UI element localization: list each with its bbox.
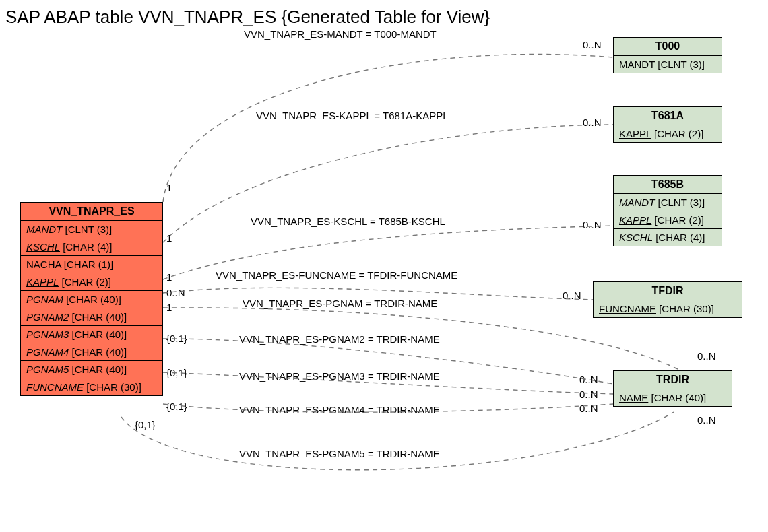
entity-field: MANDT [CLNT (3)] bbox=[21, 221, 162, 238]
entity-tfdir: TFDIR FUNCNAME [CHAR (30)] bbox=[593, 281, 742, 318]
cardinality: 1 bbox=[166, 271, 172, 283]
entity-header: TRDIR bbox=[614, 371, 732, 389]
cardinality: 0..N bbox=[583, 39, 602, 51]
entity-t685b: T685B MANDT [CLNT (3)]KAPPL [CHAR (2)]KS… bbox=[613, 175, 722, 246]
entity-field: FUNCNAME [CHAR (30)] bbox=[21, 378, 162, 395]
entity-field: PGNAM2 [CHAR (40)] bbox=[21, 308, 162, 326]
rel-label: VVN_TNAPR_ES-PGNAM5 = TRDIR-NAME bbox=[239, 448, 440, 459]
entity-field: PGNAM5 [CHAR (40)] bbox=[21, 361, 162, 378]
entity-field: PGNAM4 [CHAR (40)] bbox=[21, 343, 162, 361]
rel-label: VVN_TNAPR_ES-PGNAM3 = TRDIR-NAME bbox=[239, 370, 440, 382]
cardinality: 0..N bbox=[166, 287, 185, 298]
cardinality: {0,1} bbox=[166, 401, 187, 412]
cardinality: 1 bbox=[166, 232, 172, 244]
entity-field: KAPPL [CHAR (2)] bbox=[614, 125, 722, 142]
cardinality: 0..N bbox=[583, 219, 602, 230]
page-title: SAP ABAP table VVN_TNAPR_ES {Generated T… bbox=[5, 7, 490, 28]
rel-label: VVN_TNAPR_ES-PGNAM2 = TRDIR-NAME bbox=[239, 333, 440, 345]
entity-t000: T000 MANDT [CLNT (3)] bbox=[613, 37, 722, 73]
cardinality: 1 bbox=[166, 182, 172, 193]
entity-t681a: T681A KAPPL [CHAR (2)] bbox=[613, 106, 722, 143]
rel-label: VVN_TNAPR_ES-PGNAM = TRDIR-NAME bbox=[243, 298, 437, 309]
cardinality: 0..N bbox=[697, 350, 716, 362]
entity-vvn-tnapr-es: VVN_TNAPR_ES MANDT [CLNT (3)]KSCHL [CHAR… bbox=[20, 202, 163, 396]
entity-trdir: TRDIR NAME [CHAR (40)] bbox=[613, 370, 732, 407]
entity-header: T681A bbox=[614, 107, 722, 125]
cardinality: 0..N bbox=[563, 290, 581, 301]
cardinality: 0..N bbox=[583, 117, 602, 128]
rel-label: VVN_TNAPR_ES-FUNCNAME = TFDIR-FUNCNAME bbox=[216, 269, 457, 281]
entity-header: T000 bbox=[614, 38, 722, 56]
entity-field: KAPPL [CHAR (2)] bbox=[21, 273, 162, 291]
entity-field: KSCHL [CHAR (4)] bbox=[614, 229, 722, 246]
rel-label: VVN_TNAPR_ES-PGNAM4 = TRDIR-NAME bbox=[239, 404, 440, 415]
rel-label: VVN_TNAPR_ES-MANDT = T000-MANDT bbox=[244, 28, 437, 40]
entity-field: FUNCNAME [CHAR (30)] bbox=[594, 300, 742, 317]
entity-field: NAME [CHAR (40)] bbox=[614, 389, 732, 406]
cardinality: 0..N bbox=[579, 403, 598, 414]
cardinality: 0..N bbox=[579, 389, 598, 400]
cardinality: 1 bbox=[166, 302, 172, 313]
entity-header: VVN_TNAPR_ES bbox=[21, 203, 162, 221]
entity-header: T685B bbox=[614, 176, 722, 194]
cardinality: 0..N bbox=[579, 374, 598, 385]
entity-field: MANDT [CLNT (3)] bbox=[614, 194, 722, 211]
rel-label: VVN_TNAPR_ES-KSCHL = T685B-KSCHL bbox=[251, 215, 445, 227]
entity-field: MANDT [CLNT (3)] bbox=[614, 56, 722, 73]
cardinality: {0,1} bbox=[135, 419, 156, 430]
entity-header: TFDIR bbox=[594, 282, 742, 300]
cardinality: 0..N bbox=[697, 414, 716, 426]
entity-field: NACHA [CHAR (1)] bbox=[21, 256, 162, 273]
cardinality: {0,1} bbox=[166, 333, 187, 344]
entity-field: KAPPL [CHAR (2)] bbox=[614, 211, 722, 229]
entity-field: PGNAM [CHAR (40)] bbox=[21, 291, 162, 308]
cardinality: {0,1} bbox=[166, 367, 187, 378]
entity-field: KSCHL [CHAR (4)] bbox=[21, 238, 162, 256]
entity-field: PGNAM3 [CHAR (40)] bbox=[21, 326, 162, 343]
rel-label: VVN_TNAPR_ES-KAPPL = T681A-KAPPL bbox=[256, 110, 449, 121]
